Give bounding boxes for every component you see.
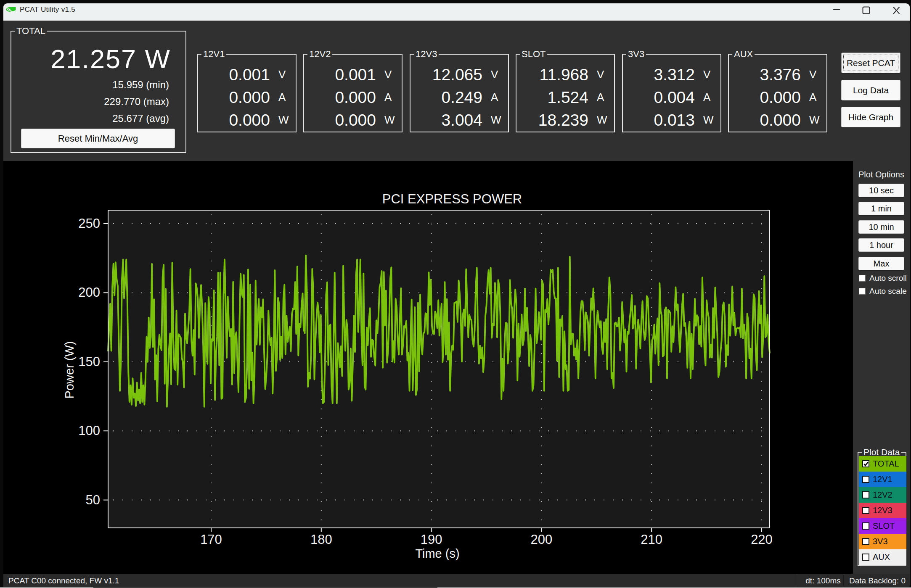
svg-text:190: 190: [421, 532, 442, 547]
svg-text:220: 220: [751, 532, 773, 547]
svg-text:250: 250: [78, 216, 100, 231]
svg-text:Time (s): Time (s): [415, 547, 459, 560]
svg-text:170: 170: [200, 532, 222, 547]
svg-text:200: 200: [531, 532, 553, 547]
svg-text:210: 210: [641, 532, 662, 547]
svg-text:150: 150: [78, 354, 100, 369]
svg-text:180: 180: [310, 532, 332, 547]
svg-text:Power (W): Power (W): [63, 341, 76, 399]
svg-text:100: 100: [78, 423, 100, 438]
svg-text:PCI EXPRESS POWER: PCI EXPRESS POWER: [382, 192, 522, 206]
svg-text:50: 50: [86, 493, 100, 507]
svg-text:200: 200: [78, 285, 100, 300]
